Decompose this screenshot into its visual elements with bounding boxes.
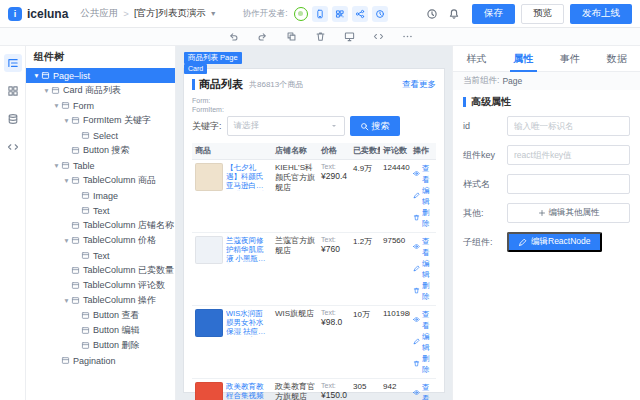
product-name-link[interactable]: 【七夕礼遇】科颜氏亚马逊白泥面膜 保湿清洁毛孔清爽净透控油补水男女面膜 <box>226 163 269 191</box>
component-key-field[interactable] <box>507 145 630 165</box>
tree-node[interactable]: Select <box>26 128 175 143</box>
product-name-link[interactable]: 政美教育教程合集视频教程 抗衰老视频+面部护理视频教程24小时 <box>226 382 269 400</box>
tree-node[interactable]: TableColumn 已卖数量 <box>26 263 175 278</box>
component-icon <box>61 356 70 365</box>
tree-caret-icon[interactable]: ▼ <box>32 72 41 79</box>
view-more-link[interactable]: 查看更多 <box>402 79 436 91</box>
product-image[interactable] <box>195 309 223 337</box>
component-library-icon[interactable] <box>4 82 22 100</box>
search-button[interactable]: 搜索 <box>350 116 400 136</box>
publish-button[interactable]: 发布上线 <box>570 4 632 24</box>
delete-action-link[interactable]: 删除 <box>413 353 433 375</box>
chevron-down-icon[interactable]: ▼ <box>210 10 217 17</box>
product-name-link[interactable]: WIS水润面膜男女补水 保湿 祛痘控油淡痘印收缩毛孔面膜贴男女官网正品 <box>226 309 269 337</box>
tree-caret-icon[interactable]: ▼ <box>62 297 71 304</box>
product-name-link[interactable]: 兰蔻夜间修护精华肌底液 小黑瓶面部精华 保湿提亮滋润肤色 女官方正品 <box>226 236 269 264</box>
page-selection-tag[interactable]: 商品列表 Page <box>184 52 242 64</box>
component-icon <box>81 326 90 335</box>
tab-数据[interactable]: 数据 <box>593 46 640 71</box>
delete-action-link[interactable]: 删除 <box>413 280 433 302</box>
share-icon[interactable] <box>352 6 368 22</box>
card-component[interactable]: Card 商品列表 共86813个商品 查看更多 Form: FormItem:… <box>184 69 444 392</box>
history-icon[interactable] <box>372 6 388 22</box>
datasource-icon[interactable] <box>4 110 22 128</box>
tree-node[interactable]: ▼TableColumn 操作 <box>26 293 175 308</box>
code-icon[interactable] <box>372 30 385 43</box>
advanced-props-section[interactable]: 高级属性 <box>453 90 640 114</box>
children-field-label: 子组件: <box>463 236 507 249</box>
tree-caret-icon[interactable]: ▼ <box>52 102 61 109</box>
text-component-badge: Text: <box>321 309 347 317</box>
undo-icon[interactable] <box>227 30 240 43</box>
qrcode-icon[interactable] <box>332 6 348 22</box>
tree-node[interactable]: ▼Page–list <box>26 68 175 83</box>
delete-icon[interactable] <box>314 30 327 43</box>
clock-icon[interactable] <box>426 8 438 20</box>
redo-icon[interactable] <box>256 30 269 43</box>
view-action-link[interactable]: 查看 <box>413 236 433 258</box>
component-icon <box>71 146 80 155</box>
edit-action-link[interactable]: 编辑 <box>413 258 433 280</box>
bell-icon[interactable] <box>448 8 460 20</box>
tree-node[interactable]: TableColumn 评论数 <box>26 278 175 293</box>
component-tree-icon[interactable] <box>4 54 22 72</box>
edit-other-props-button[interactable]: 编辑其他属性 <box>507 203 630 223</box>
tree-node[interactable]: ▼TableColumn 商品 <box>26 173 175 188</box>
tree-node[interactable]: Text <box>26 248 175 263</box>
tree-node[interactable]: ▼Table <box>26 158 175 173</box>
tab-事件[interactable]: 事件 <box>547 46 594 71</box>
product-image[interactable] <box>195 382 223 400</box>
view-action-link[interactable]: 查看 <box>413 163 433 185</box>
tab-样式[interactable]: 样式 <box>453 46 500 71</box>
product-image[interactable] <box>195 163 223 191</box>
product-image[interactable] <box>195 236 223 264</box>
tree-caret-icon[interactable]: ▼ <box>62 177 71 184</box>
tree-caret-icon[interactable]: ▼ <box>62 237 71 244</box>
tree-caret-icon[interactable]: ▼ <box>52 162 61 169</box>
tree-caret-icon[interactable]: ▼ <box>62 117 71 124</box>
card-selection-tag[interactable]: Card <box>184 64 207 74</box>
collaborator-avatar[interactable] <box>294 7 308 21</box>
breadcrumb-page[interactable]: [官方]列表页演示 <box>134 7 206 20</box>
breadcrumb-app[interactable]: 公共应用 <box>80 7 118 20</box>
tree-node[interactable]: TableColumn 店铺名称 <box>26 218 175 233</box>
page-schema-icon[interactable] <box>4 138 22 156</box>
phone-preview-icon[interactable] <box>312 6 328 22</box>
preview-icon[interactable] <box>343 30 356 43</box>
breadcrumb[interactable]: 公共应用 > [官方]列表页演示 ▼ <box>80 7 216 20</box>
save-button[interactable]: 保存 <box>472 4 515 24</box>
tree-node[interactable]: ▼Card 商品列表 <box>26 83 175 98</box>
view-action-link[interactable]: 查看 <box>413 309 433 331</box>
design-canvas[interactable]: 商品列表 Page Card 商品列表 共86813个商品 查看更多 Form:… <box>176 46 452 400</box>
tree-node[interactable]: ▼Form <box>26 98 175 113</box>
tree-node[interactable]: Image <box>26 188 175 203</box>
tree-node[interactable]: Button 编辑 <box>26 323 175 338</box>
view-action-link[interactable]: 查看 <box>413 382 433 400</box>
class-field-label: 样式名 <box>463 178 507 191</box>
edit-action-link[interactable]: 编辑 <box>413 331 433 353</box>
tree-node[interactable]: Button 搜索 <box>26 143 175 158</box>
tree-node[interactable]: Pagination <box>26 353 175 368</box>
tree-node[interactable]: ▼FormItem 关键字 <box>26 113 175 128</box>
tree-node[interactable]: Button 删除 <box>26 338 175 353</box>
copy-icon[interactable] <box>285 30 298 43</box>
id-field[interactable] <box>507 116 630 136</box>
tab-属性[interactable]: 属性 <box>500 46 547 71</box>
price-value: ¥98.0 <box>321 317 347 327</box>
tree-caret-icon[interactable]: ▼ <box>42 87 51 94</box>
table-column-header: 店铺名称 <box>272 143 318 159</box>
tree-node[interactable]: Text <box>26 203 175 218</box>
tree-node[interactable]: ▼TableColumn 价格 <box>26 233 175 248</box>
sold-count: 305 <box>350 378 380 400</box>
edit-reactnode-button[interactable]: 编辑ReactNode <box>507 232 602 252</box>
delete-icon <box>413 214 420 221</box>
keyword-select[interactable]: 请选择 <box>227 116 345 136</box>
tree-node-label: Image <box>93 191 118 201</box>
table-column-header: 评论数 <box>380 143 410 159</box>
delete-action-link[interactable]: 删除 <box>413 207 433 229</box>
preview-button[interactable]: 预览 <box>521 4 564 24</box>
tree-node[interactable]: Button 查看 <box>26 308 175 323</box>
class-name-field[interactable] <box>507 174 630 194</box>
more-icon[interactable] <box>401 30 414 43</box>
edit-action-link[interactable]: 编辑 <box>413 185 433 207</box>
